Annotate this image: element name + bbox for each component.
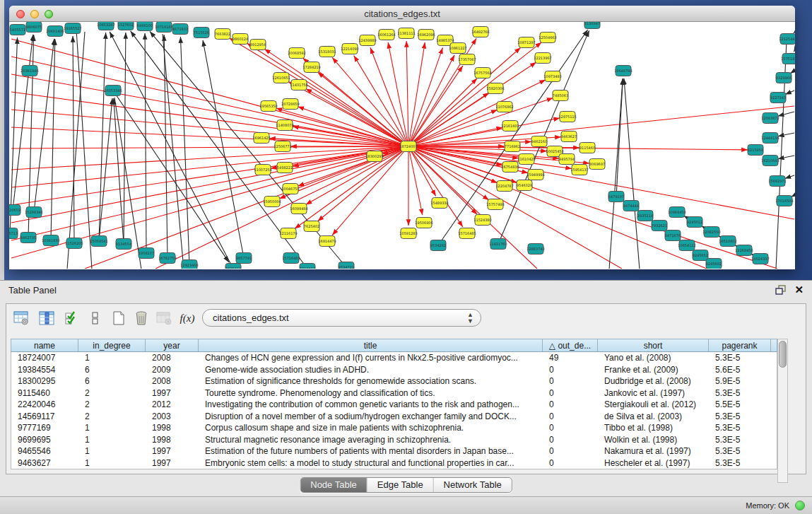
graph-node[interactable]: 16099484 (290, 204, 307, 214)
graph-node[interactable]: 15059541 (90, 236, 107, 247)
graph-node[interactable]: 12116179 (279, 228, 297, 239)
graph-node[interactable]: 20391846 (20, 66, 38, 76)
graph-node[interactable]: 4671933 (172, 24, 188, 35)
graph-node[interactable]: 11526205 (65, 238, 83, 249)
column-header-year[interactable]: year (146, 339, 199, 351)
graph-node[interactable]: 10653287 (97, 22, 114, 30)
network-nodes[interactable]: 1872400716914479762540216099484100467555… (9, 22, 795, 269)
graph-node[interactable]: 15751874 (781, 54, 795, 64)
graph-node[interactable]: 12082550 (702, 227, 720, 238)
graph-node[interactable]: 18724007 (399, 141, 417, 152)
graph-node[interactable]: 9462160 (531, 136, 547, 147)
graph-node[interactable]: 15950004 (263, 197, 281, 207)
graph-node[interactable]: 9546328 (517, 180, 532, 191)
graph-node[interactable]: 9534292 (430, 240, 446, 251)
graph-node[interactable]: 19165527 (64, 23, 81, 34)
graph-node[interactable]: 17284219 (302, 62, 320, 73)
table-row[interactable]: 1456911722003Disruption of a novel membe… (11, 411, 777, 423)
graph-node[interactable]: 9857791 (236, 253, 252, 264)
graph-node[interactable]: 12093872 (761, 113, 779, 124)
graph-node[interactable]: 7625402 (304, 221, 319, 232)
column-header-out_de[interactable]: △ out_de... (543, 339, 598, 351)
graph-node[interactable]: 10973493 (543, 71, 561, 82)
tab-node-table[interactable]: Node Table (300, 478, 367, 492)
graph-node[interactable]: 11007254 (254, 165, 271, 175)
table-row[interactable]: 2242004622012Investigating the contribut… (11, 399, 777, 411)
graph-node[interactable]: 10871297 (517, 37, 535, 48)
graph-node[interactable]: 11524380 (473, 215, 491, 226)
close-panel-icon[interactable]: ✕ (794, 284, 804, 296)
graph-node[interactable]: 20728659 (281, 99, 299, 110)
graph-node[interactable]: 12883748 (526, 244, 544, 255)
graph-node[interactable]: 1527602 (118, 22, 134, 30)
graph-node[interactable]: 12213967 (534, 53, 551, 64)
graph-node[interactable]: 20053346 (104, 86, 122, 96)
graph-node[interactable]: 19506906 (415, 218, 433, 228)
graph-node[interactable]: 9806075 (26, 22, 42, 33)
graph-node[interactable]: 16782759 (158, 253, 176, 264)
graph-node[interactable]: 5498222 (277, 163, 293, 173)
graph-node[interactable]: 12125442 (779, 34, 795, 45)
graph-node[interactable]: 15716485 (458, 228, 476, 239)
graph-node[interactable]: 11076862 (495, 102, 513, 112)
graph-node[interactable]: 16914479 (318, 236, 336, 247)
graph-node[interactable]: 8912954 (250, 40, 266, 50)
graph-node[interactable]: 10984458 (668, 207, 686, 218)
graph-node[interactable]: 11408079 (276, 120, 293, 131)
graph-node[interactable]: 15318031 (318, 47, 336, 57)
graph-node[interactable]: 7932621 (652, 221, 667, 231)
graph-node[interactable]: 12444134 (761, 133, 779, 144)
graph-node[interactable]: 8471676 (665, 230, 681, 241)
graph-node[interactable]: 15489334 (430, 198, 448, 209)
graph-node[interactable]: 2935114 (637, 211, 653, 221)
graph-node[interactable]: 9227343 (770, 93, 786, 103)
graph-node[interactable]: 12506771 (273, 141, 291, 152)
graph-node[interactable]: 9245652 (693, 250, 708, 261)
graph-node[interactable]: 11610420 (517, 154, 535, 165)
graph-node[interactable]: 16961425 (252, 133, 270, 144)
function-builder-icon[interactable]: f(x) (178, 309, 196, 327)
table-row[interactable]: 969969511998Structural magnetic resonanc… (11, 434, 777, 446)
graph-node[interactable]: 8130347 (584, 22, 600, 29)
graph-node[interactable]: 15716483 (282, 253, 300, 264)
graph-node[interactable]: 15949994 (526, 170, 544, 180)
new-table-icon[interactable] (110, 309, 128, 327)
column-header-short[interactable]: short (598, 339, 709, 351)
graph-node[interactable]: 6479197 (608, 192, 624, 202)
graph-node[interactable]: 15954137 (570, 165, 588, 175)
tab-network-table[interactable]: Network Table (434, 478, 512, 492)
graph-node[interactable]: 8895713 (9, 228, 18, 239)
graph-node[interactable]: 16754836 (501, 162, 519, 173)
graph-node[interactable]: 1958107 (139, 248, 154, 259)
column-header-title[interactable]: title (199, 339, 543, 351)
graph-node[interactable]: 16962096 (417, 30, 435, 40)
graph-node[interactable]: 9463627 (561, 132, 577, 142)
graph-node[interactable]: 10024337 (751, 254, 769, 264)
graph-node[interactable]: 12268458 (735, 245, 753, 256)
table-row[interactable]: 911546021997Tourette syndrome. Phenomeno… (11, 387, 777, 399)
graph-node[interactable]: 19565358 (259, 101, 277, 112)
graph-node[interactable]: 7319413 (300, 264, 315, 269)
graph-node[interactable]: 18300295 (365, 151, 383, 162)
graph-node[interactable]: 15298346 (25, 207, 42, 218)
graph-node[interactable]: 15820306 (486, 83, 504, 94)
tab-edge-table[interactable]: Edge Table (367, 478, 434, 492)
graph-node[interactable]: 8069697 (589, 159, 605, 170)
graph-node[interactable]: 12975115 (558, 112, 576, 122)
graph-node[interactable]: 6466100 (137, 22, 153, 31)
graph-node[interactable]: 16210643 (761, 156, 779, 166)
network-window-titlebar[interactable]: citations_edges.txt (9, 6, 795, 22)
graph-node[interactable]: 11381111 (397, 28, 415, 39)
graph-node[interactable]: 17016504 (775, 196, 793, 206)
graph-node[interactable]: 16648784 (614, 66, 632, 76)
table-row[interactable]: 1872400712008Changes of HCN gene express… (11, 352, 777, 364)
row-height-icon[interactable] (86, 309, 105, 327)
graph-node[interactable]: 10046755 (281, 184, 299, 194)
graph-node[interactable]: 12923468 (180, 260, 198, 269)
graph-node[interactable]: 10719185 (155, 22, 172, 33)
graph-node[interactable]: 9462735 (20, 233, 36, 243)
graph-node[interactable]: 20068592 (288, 48, 305, 59)
graph-node[interactable]: 7485063 (553, 90, 568, 101)
graph-node[interactable]: 9245602 (706, 259, 722, 269)
graph-node[interactable]: 17357067 (458, 54, 476, 65)
